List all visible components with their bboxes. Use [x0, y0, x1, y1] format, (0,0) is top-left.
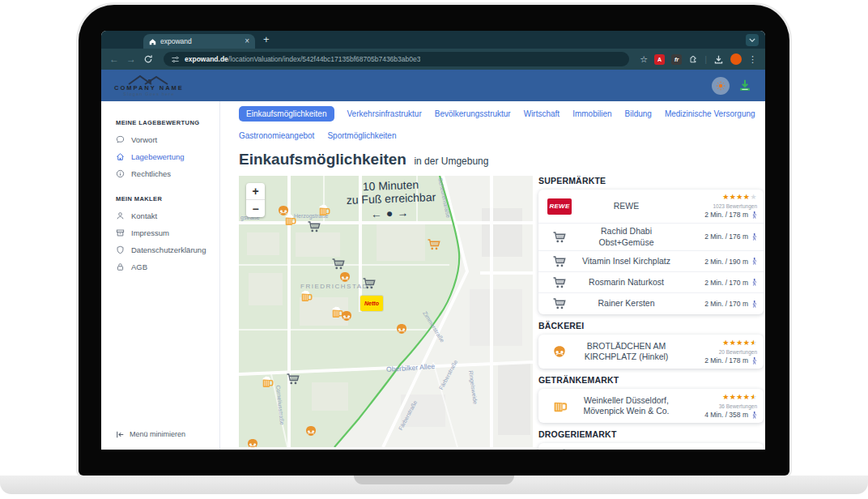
- beer-marker-icon[interactable]: [299, 289, 313, 304]
- url-path: /locationValuation/index/542f44bc17135bf…: [228, 55, 421, 63]
- browser-tab-bar: expowand × +: [101, 31, 765, 49]
- back-button[interactable]: ←: [109, 54, 119, 64]
- tab-bevoelkerungsstruktur[interactable]: Bevölkerungsstruktur: [435, 106, 511, 122]
- poi-row-brotlaedchen[interactable]: BROTLÄDCHEN AM KIRCHPLATZ (Hinkel) ★★★★★…: [538, 335, 764, 369]
- sidebar-item-impressum[interactable]: Impressum: [101, 224, 219, 241]
- extensions-puzzle-icon[interactable]: [688, 54, 698, 64]
- new-tab-button[interactable]: +: [263, 33, 270, 45]
- browser-profile-avatar[interactable]: [730, 53, 742, 65]
- tab-sportmoeglichkeiten[interactable]: Sportmöglichkeiten: [327, 128, 396, 143]
- laptop-mockup: expowand × + ← → expowand.de/locationVal…: [0, 0, 868, 499]
- tab-immobilien[interactable]: Immobilien: [572, 106, 611, 122]
- archive-box-icon: [116, 228, 125, 237]
- beer-marker-icon[interactable]: [260, 375, 274, 390]
- chevron-down-icon: [749, 38, 755, 42]
- netto-marker[interactable]: Netto: [360, 296, 383, 311]
- sidebar-item-vorwort[interactable]: Vorwort: [101, 131, 219, 148]
- bakery-marker-icon[interactable]: [338, 270, 352, 284]
- beer-marker-icon[interactable]: [283, 213, 297, 228]
- roof-logo-icon: [124, 75, 174, 85]
- sidebar-item-lagebewertung[interactable]: Lagebewertung: [101, 148, 219, 165]
- poi-row[interactable]: Rosmarin Naturkost 2 Min. / 170 m: [538, 272, 764, 293]
- walking-icon: [751, 411, 757, 420]
- laptop-notch: [354, 476, 514, 484]
- tab-wirtschaft[interactable]: Wirtschaft: [524, 106, 560, 122]
- adobe-extension-icon[interactable]: A: [654, 54, 665, 65]
- tab-bildung[interactable]: Bildung: [625, 106, 652, 122]
- poi-name: Rosmarin Naturkost: [574, 277, 679, 288]
- tab-verkehrsinfrastruktur[interactable]: Verkehrsinfrastruktur: [347, 106, 422, 122]
- tab-einkaufsmoeglichkeiten[interactable]: Einkaufsmöglichkeiten: [239, 106, 334, 122]
- bakery-card: BROTLÄDCHEN AM KIRCHPLATZ (Hinkel) ★★★★★…: [538, 335, 764, 369]
- zoom-out-button[interactable]: −: [246, 200, 265, 217]
- sidebar-item-label: Datenschutzerklärung: [131, 245, 206, 254]
- bakery-marker-icon[interactable]: [339, 309, 354, 323]
- poi-row[interactable]: Rainer Kersten 2 Min. / 170 m: [538, 293, 764, 314]
- download-report-button[interactable]: [738, 79, 752, 93]
- sidebar-item-datenschutz[interactable]: Datenschutzerklärung: [101, 241, 219, 258]
- poi-row[interactable]: Vitamin Insel Kirchplatz 2 Min. / 190 m: [538, 251, 764, 272]
- poi-name: BROTLÄDCHEN AM KIRCHPLATZ (Hinkel): [574, 341, 679, 363]
- speech-bubble-icon: [116, 135, 125, 144]
- star-rating: ★★★★★★★★★★: [722, 194, 757, 201]
- poi-distance: 2 Min. / 176 m: [704, 232, 748, 241]
- beer-icon: [551, 397, 568, 415]
- theme-toggle-button[interactable]: [712, 77, 730, 95]
- supermarket-marker-icon[interactable]: [427, 237, 441, 252]
- review-count: 20 Bewertungen: [679, 348, 757, 356]
- poi-row[interactable]: Rachid Dhabi Obst+Gemüse 2 Min. / 176 m: [538, 224, 764, 251]
- fonts-extension-icon[interactable]: fr: [671, 54, 682, 65]
- zoom-in-button[interactable]: +: [246, 183, 265, 200]
- bookmark-star-icon[interactable]: ☆: [640, 54, 648, 65]
- bakery-marker-icon[interactable]: [304, 424, 318, 438]
- poi-distance: 2 Min. / 178 m: [704, 210, 748, 220]
- site-settings-icon[interactable]: [171, 55, 180, 64]
- address-bar[interactable]: expowand.de/locationValuation/index/542f…: [164, 52, 629, 66]
- browser-menu-icon[interactable]: ⋮: [748, 54, 757, 65]
- reload-button[interactable]: [143, 54, 153, 64]
- poi-distance: 2 Min. / 170 m: [704, 278, 748, 288]
- favicon-home-icon: [149, 38, 156, 45]
- tab-medizinische-versorgung[interactable]: Medizinische Versorgung: [665, 106, 755, 122]
- poi-row-rewe[interactable]: REWE REWE ★★★★★★★★★★ 1023 Bewertungen 2 …: [538, 190, 764, 224]
- poi-row-dm[interactable]: dm-drogerie markt 5 Min. / 452 m: [538, 443, 764, 450]
- poi-row-weinkeller[interactable]: Weinkeller Düsseldorf, Mövenpick Wein & …: [538, 389, 764, 423]
- walking-icon: [751, 257, 757, 266]
- star-rating: ★★★★★★★★★★: [722, 394, 757, 401]
- drugstore-card: dm-drogerie markt 5 Min. / 452 m: [538, 443, 764, 450]
- menu-minimize-button[interactable]: Menü minimieren: [116, 430, 185, 438]
- sidebar-item-label: AGB: [131, 262, 147, 271]
- cart-icon: [551, 275, 568, 290]
- page-title-main: Einkaufsmöglichkeiten: [239, 151, 406, 168]
- poi-name: Vitamin Insel Kirchplatz: [574, 256, 679, 267]
- sidebar-section-title: MEINE LAGEBEWERTUNG: [116, 119, 219, 126]
- downloads-icon[interactable]: [713, 54, 724, 65]
- drinks-card: Weinkeller Düsseldorf, Mövenpick Wein & …: [538, 389, 764, 423]
- poi-distance: 2 Min. / 178 m: [704, 356, 748, 365]
- company-name: COMPANY NAME: [114, 85, 184, 92]
- bakery-marker-icon[interactable]: [394, 322, 409, 336]
- sidebar-item-label: Impressum: [131, 228, 169, 237]
- home-icon: [116, 152, 125, 161]
- supermarkets-card: REWE REWE ★★★★★★★★★★ 1023 Bewertungen 2 …: [538, 190, 764, 314]
- tab-list-button[interactable]: [746, 34, 759, 46]
- section-title-supermaerkte: SUPERMÄRKTE: [538, 176, 764, 186]
- supermarket-marker-icon[interactable]: [362, 276, 377, 291]
- poi-distance: 2 Min. / 190 m: [704, 257, 748, 267]
- tab-gastronomieangebot[interactable]: Gastronomieangebot: [239, 128, 314, 143]
- sidebar-item-label: Lagebewertung: [131, 152, 185, 161]
- forward-button[interactable]: →: [126, 54, 136, 64]
- sidebar-item-rechtliches[interactable]: Rechtliches: [101, 165, 219, 182]
- map[interactable]: + − 10 Minuten zu Fuß erreichbar ←●→ gst…: [239, 176, 533, 447]
- section-title-drogeriemarkt: DROGERIEMARKT: [538, 429, 764, 439]
- poi-name: Rachid Dhabi Obst+Gemüse: [574, 226, 679, 248]
- sidebar-item-agb[interactable]: AGB: [101, 258, 219, 275]
- sidebar-item-label: Kontakt: [131, 211, 157, 220]
- supermarket-marker-icon[interactable]: [286, 372, 300, 386]
- browser-tab[interactable]: expowand ×: [143, 34, 255, 49]
- tab-title: expowand: [160, 37, 240, 45]
- tab-close-icon[interactable]: ×: [245, 37, 249, 45]
- poi-panel: SUPERMÄRKTE REWE REWE ★★★★★★★★★★ 1023 Be…: [538, 176, 764, 450]
- bakery-marker-icon[interactable]: [245, 437, 260, 447]
- sidebar-item-kontakt[interactable]: Kontakt: [101, 207, 219, 224]
